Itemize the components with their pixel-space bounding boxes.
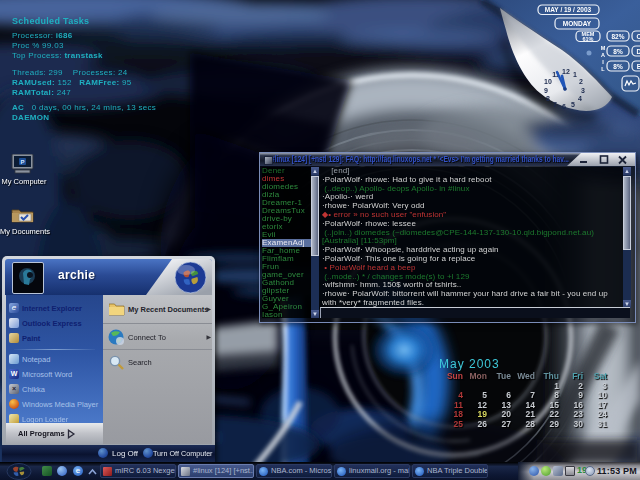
svg-text:MONDAY: MONDAY <box>563 20 592 27</box>
svg-text:4: 4 <box>578 95 582 102</box>
svg-text:8%: 8% <box>613 63 623 70</box>
svg-text:3: 3 <box>581 87 585 94</box>
svg-text:1: 1 <box>573 71 577 78</box>
svg-text:82%: 82% <box>611 33 624 40</box>
svg-text:C:: C: <box>637 33 640 40</box>
svg-text:5: 5 <box>571 101 575 108</box>
svg-text:D:: D: <box>637 48 640 55</box>
svg-text:12: 12 <box>562 68 570 75</box>
svg-text:MAY / 19 / 2003: MAY / 19 / 2003 <box>545 6 592 13</box>
svg-text:10: 10 <box>544 78 552 85</box>
svg-text:P: P <box>20 159 24 165</box>
svg-text:9: 9 <box>544 87 548 94</box>
svg-text:8%: 8% <box>613 48 623 55</box>
svg-text:8: 8 <box>546 95 550 102</box>
svg-text:2: 2 <box>579 78 583 85</box>
svg-text:A: A <box>601 52 605 58</box>
svg-text:7: 7 <box>553 101 557 108</box>
svg-text:61%: 61% <box>582 36 593 42</box>
svg-text:6: 6 <box>562 103 566 110</box>
svg-text:M: M <box>601 45 606 51</box>
